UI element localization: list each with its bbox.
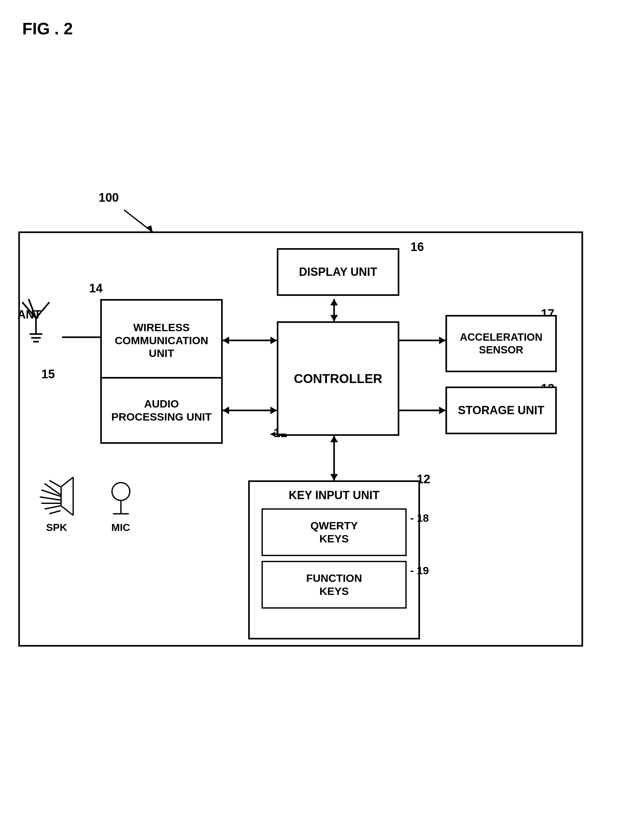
spk-label: SPK	[46, 522, 67, 533]
svg-marker-4	[270, 337, 277, 344]
display-unit-box: DISPLAY UNIT	[277, 248, 399, 296]
svg-marker-20	[330, 436, 338, 442]
ref-16: 16	[411, 240, 424, 254]
svg-line-28	[40, 497, 60, 500]
svg-marker-1	[146, 225, 153, 232]
diagram-container: FIG . 2 100	[0, 0, 644, 816]
wireless-communication-unit-box: WIRELESS COMMUNICATION UNIT	[100, 299, 223, 382]
svg-line-0	[124, 210, 153, 232]
svg-line-25	[49, 481, 60, 487]
acceleration-sensor-box: ACCELERATION SENSOR	[445, 315, 557, 372]
svg-marker-16	[439, 407, 445, 414]
audio-processing-unit-box: AUDIO PROCESSING UNIT	[100, 377, 223, 444]
ref-18: - 18	[410, 511, 429, 525]
svg-marker-13	[270, 407, 277, 414]
ref-15: 15	[41, 367, 55, 381]
svg-line-22	[61, 477, 73, 487]
function-keys-box: FUNCTION KEYS	[262, 561, 406, 609]
svg-marker-10	[439, 337, 445, 344]
ref-14: 14	[89, 282, 103, 295]
svg-marker-14	[223, 407, 229, 414]
figure-label: FIG . 2	[22, 19, 73, 38]
ant-label: ANT	[17, 308, 41, 321]
svg-line-26	[44, 484, 60, 495]
ref-100: 100	[99, 191, 119, 205]
svg-line-27	[41, 490, 60, 496]
svg-marker-5	[223, 337, 229, 344]
svg-point-40	[112, 482, 130, 501]
controller-box: CONTROLLER	[277, 321, 399, 436]
svg-marker-7	[330, 315, 338, 321]
storage-unit-box: STORAGE UNIT	[445, 387, 557, 434]
svg-marker-19	[330, 474, 338, 481]
key-input-unit-box: KEY INPUT UNIT - 18 QWERTY KEYS - 19 FUN…	[248, 481, 420, 640]
svg-marker-8	[330, 299, 338, 305]
ref-19: - 19	[410, 564, 429, 577]
svg-line-31	[49, 511, 60, 514]
svg-line-23	[61, 506, 73, 515]
qwerty-keys-box: QWERTY KEYS	[262, 508, 406, 556]
mic-label: MIC	[111, 522, 130, 533]
svg-line-30	[44, 506, 60, 509]
